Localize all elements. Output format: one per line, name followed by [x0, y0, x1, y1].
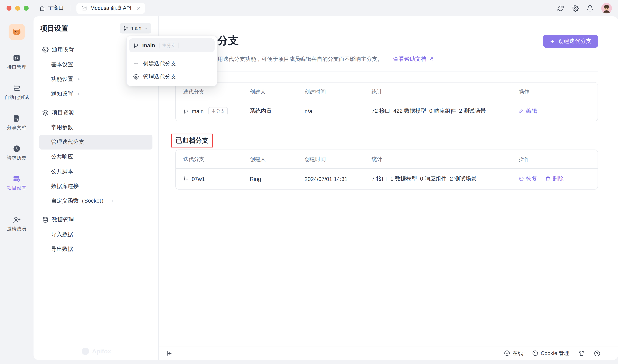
nav-item-import-data[interactable]: 导入数据	[39, 227, 152, 242]
app-window: 主窗口 Medusa 商城 API 接口管理 自动化测试	[0, 0, 618, 364]
nav-item-custom-functions[interactable]: 自定义函数（Socket）	[39, 194, 152, 208]
delete-branch-action[interactable]: 删除	[545, 175, 564, 182]
invite-members-icon	[13, 216, 21, 224]
help-doc-link[interactable]: 查看帮助文档	[393, 56, 433, 63]
cookie-icon	[532, 350, 538, 356]
main-window-button[interactable]: 主窗口	[39, 4, 64, 12]
column-header-creator: 创建人	[242, 82, 297, 101]
git-branch-icon	[133, 42, 139, 48]
branches-header: 分支 用迭代分支功能，可便于项目成员编辑各自的分支而不影响主分支。 查看帮助文档…	[175, 16, 598, 71]
nav-item-shared-responses[interactable]: 公共响应	[39, 150, 152, 164]
settings-gear-icon[interactable]	[572, 5, 579, 12]
help-icon[interactable]	[594, 350, 600, 356]
branches-main-panel: 分支 用迭代分支功能，可便于项目成员编辑各自的分支而不影响主分支。 查看帮助文档…	[158, 16, 618, 360]
nav-item-common-parameters[interactable]: 常用参数	[39, 120, 152, 135]
branches-description-row: 用迭代分支功能，可便于项目成员编辑各自的分支而不影响主分支。 查看帮助文档	[217, 56, 433, 63]
rail-item-automated-testing[interactable]: 自动化测试	[4, 84, 29, 101]
nav-label: 通用设置	[52, 46, 74, 53]
nav-item-manage-branches[interactable]: 管理迭代分支	[39, 135, 152, 150]
create-branch-button[interactable]: 创建迭代分支	[543, 35, 598, 48]
branch-creator: Ring	[242, 169, 297, 189]
nav-label: 公共脚本	[51, 168, 73, 175]
table-row-archived-branch: 07w1 Ring 2024/07/01 14:31 7 接口 1 数据模型 0…	[176, 169, 598, 189]
branches-table: 迭代分支 创建人 创建时间 统计 操作 main	[175, 82, 598, 121]
nav-label: 基本设置	[51, 61, 73, 68]
nav-item-shared-scripts[interactable]: 公共脚本	[39, 164, 152, 179]
restore-branch-action[interactable]: 恢复	[519, 175, 537, 182]
rail-label: 请求历史	[7, 155, 26, 161]
git-branch-icon	[123, 26, 128, 31]
rail-item-project-settings[interactable]: 项目设置	[7, 175, 26, 191]
branch-selector[interactable]: main	[120, 23, 151, 34]
nav-item-export-data[interactable]: 导出数据	[39, 242, 152, 257]
external-window-icon	[81, 5, 87, 11]
main-branch-badge: 主分支	[159, 41, 178, 49]
close-tab-icon[interactable]	[136, 6, 141, 11]
plus-icon	[133, 61, 139, 66]
branches-page-title: 分支	[217, 34, 239, 48]
git-branch-icon	[183, 108, 189, 114]
branch-stats: 72 接口 422 数据模型 0 响应组件 2 测试场景	[364, 101, 511, 121]
rail-item-invite-members[interactable]: 邀请成员	[7, 216, 26, 232]
apifox-watermark: Apifox	[34, 346, 158, 355]
project-logo[interactable]	[9, 24, 25, 40]
content-card: 项目设置 main 通用设置 基本设置 功能设置 通知设置	[34, 16, 618, 360]
table-header-row: 迭代分支 创建人 创建时间 统计 操作	[176, 82, 598, 101]
branch-name: main	[192, 108, 204, 114]
online-status[interactable]: 在线	[504, 350, 523, 357]
column-header-actions: 操作	[511, 150, 598, 169]
titlebar-actions	[557, 3, 612, 13]
rail-item-api-management[interactable]: 接口管理	[7, 54, 26, 70]
refresh-icon[interactable]	[557, 5, 564, 12]
notifications-bell-icon[interactable]	[587, 5, 593, 12]
column-header-stats: 统计	[364, 82, 511, 101]
column-header-created-at: 创建时间	[297, 82, 364, 101]
project-tab[interactable]: Medusa 商城 API	[77, 3, 145, 14]
nav-label: 公共响应	[51, 153, 73, 161]
restore-icon	[519, 176, 524, 182]
nav-item-database-connections[interactable]: 数据库连接	[39, 179, 152, 194]
delete-branch-label: 删除	[552, 175, 564, 182]
window-controls	[7, 6, 29, 11]
automated-testing-icon	[13, 84, 21, 92]
column-header-created-at: 创建时间	[297, 150, 364, 169]
project-tab-label: Medusa 商城 API	[90, 4, 131, 12]
module-rail: 接口管理 自动化测试 分享文档 请求历史 项目设置 邀请成员	[0, 16, 34, 364]
nav-label: 导入数据	[51, 231, 73, 238]
dropdown-item-manage-branches[interactable]: 管理迭代分支	[129, 70, 215, 83]
rail-item-request-history[interactable]: 请求历史	[7, 145, 26, 161]
nav-group-data-management[interactable]: 数据管理	[39, 212, 152, 227]
nav-group-project-resources[interactable]: 项目资源	[39, 105, 152, 120]
nav-item-notification-settings[interactable]: 通知设置	[39, 87, 152, 101]
archived-heading-annotation: 已归档分支	[171, 134, 213, 147]
caret-right-icon	[77, 92, 81, 96]
nav-label: 项目资源	[52, 109, 74, 117]
home-icon	[39, 5, 45, 11]
apifox-logo-icon	[80, 346, 90, 355]
rail-label: 接口管理	[7, 64, 26, 70]
close-window-button[interactable]	[7, 6, 12, 11]
plus-icon	[550, 39, 555, 44]
layers-icon	[42, 109, 49, 116]
theme-tshirt-icon[interactable]	[578, 350, 585, 356]
edit-branch-action[interactable]: 编辑	[519, 107, 537, 115]
branch-name: 07w1	[192, 176, 205, 182]
nav-label: 数据库连接	[51, 182, 79, 190]
column-header-creator: 创建人	[242, 150, 297, 169]
minimize-window-button[interactable]	[15, 6, 20, 11]
rail-item-share-docs[interactable]: 分享文档	[7, 114, 26, 131]
user-avatar[interactable]	[601, 3, 612, 13]
nav-label: 自定义函数（Socket）	[51, 197, 107, 205]
create-branch-menu-label: 创建迭代分支	[143, 60, 176, 67]
dropdown-item-create-branch[interactable]: 创建迭代分支	[129, 57, 215, 70]
caret-right-icon	[110, 199, 114, 203]
collapse-sidebar-icon[interactable]	[166, 350, 172, 356]
dropdown-item-main-branch[interactable]: main 主分支	[129, 39, 215, 52]
maximize-window-button[interactable]	[24, 6, 29, 11]
table-header-row: 迭代分支 创建人 创建时间 统计 操作	[176, 150, 598, 169]
cookie-manager[interactable]: Cookie 管理	[532, 350, 569, 357]
database-icon	[42, 217, 49, 223]
nav-label: 数据管理	[52, 216, 74, 223]
nav-label: 常用参数	[51, 124, 73, 131]
column-header-branch: 迭代分支	[176, 150, 242, 169]
